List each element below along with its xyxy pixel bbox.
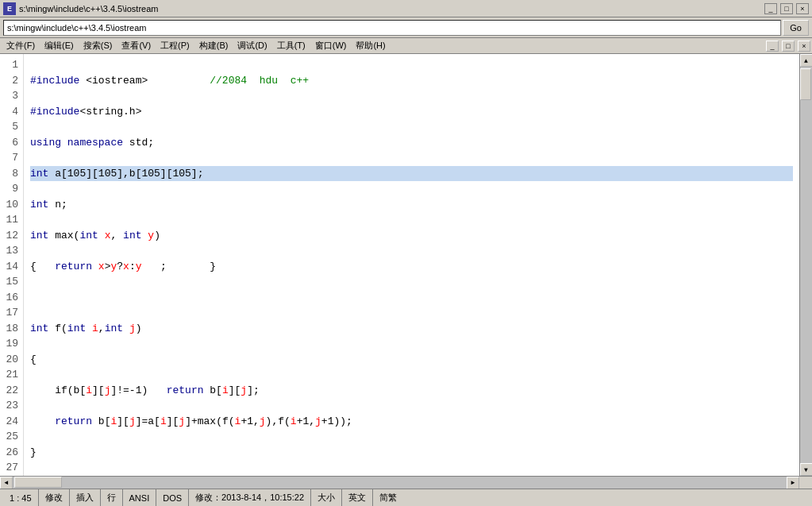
line-num: 21 [5, 367, 18, 383]
status-modified: 修改：2013-8-14，10:15:22 [189, 489, 311, 506]
scrollbar-corner [799, 477, 812, 489]
line-num: 16 [5, 290, 18, 306]
line-num: 20 [5, 352, 18, 368]
line-num: 18 [5, 321, 18, 337]
app-icon: E [3, 2, 16, 15]
go-button[interactable]: Go [783, 20, 809, 36]
status-mode: 修改 [39, 489, 70, 506]
close-button[interactable]: × [796, 3, 809, 14]
line-num: 26 [5, 445, 18, 461]
scroll-left-button[interactable]: ◄ [0, 477, 13, 489]
path-input[interactable]: s:\mingw\include\c++\3.4.5\iostream [3, 20, 781, 36]
status-layout: 简繁 [373, 489, 403, 506]
line-num: 9 [5, 181, 18, 197]
line-num: 19 [5, 336, 18, 352]
line-num: 8 [5, 166, 18, 182]
status-encoding: ANSI [123, 489, 157, 506]
code-line-4: int a[105][105],b[105][105]; [30, 166, 793, 182]
line-num: 5 [5, 119, 18, 135]
menu-build[interactable]: 构建(B) [194, 39, 233, 52]
status-format: DOS [156, 489, 189, 506]
line-num: 2 [5, 73, 18, 89]
scroll-track[interactable] [800, 67, 812, 463]
win-minimize-button[interactable]: _ [766, 41, 779, 52]
win-close-button[interactable]: × [798, 41, 810, 52]
menu-tools[interactable]: 工具(T) [272, 39, 310, 52]
code-line-5: int n; [30, 197, 793, 213]
line-num: 6 [5, 135, 18, 151]
code-line-2: #include<string.h> [30, 104, 793, 120]
line-numbers: 1 2 3 4 5 6 7 8 9 10 11 12 13 14 15 16 1… [0, 54, 24, 476]
menu-window[interactable]: 窗口(W) [310, 39, 352, 52]
line-num: 25 [5, 429, 18, 445]
status-line: 行 [101, 489, 123, 506]
title-bar-left: E s:\mingw\include\c++\3.4.5\iostream [3, 2, 158, 15]
status-size: 大小 [311, 489, 342, 506]
editor-container: 1 2 3 4 5 6 7 8 9 10 11 12 13 14 15 16 1… [0, 54, 812, 476]
menu-help[interactable]: 帮助(H) [351, 39, 390, 52]
code-line-6: int max(int x, int y) [30, 228, 793, 244]
status-bar: 1 : 45 修改 插入 行 ANSI DOS 修改：2013-8-14，10:… [0, 489, 812, 506]
code-line-13: } [30, 445, 793, 461]
code-line-12: return b[i][j]=a[i][j]+max(f(i+1,j),f(i+… [30, 414, 793, 430]
title-text: s:\mingw\include\c++\3.4.5\iostream [19, 4, 158, 14]
line-num: 14 [5, 259, 18, 275]
code-line-1: #include <iostream> //2084 hdu c++ [30, 73, 793, 89]
maximize-button[interactable]: □ [780, 3, 793, 14]
hscroll-thumb[interactable] [14, 477, 62, 488]
status-insert: 插入 [70, 489, 101, 506]
minimize-button[interactable]: _ [764, 3, 777, 14]
line-num: 13 [5, 243, 18, 259]
horizontal-scrollbar: ◄ ► [0, 476, 812, 489]
scroll-right-button[interactable]: ► [787, 477, 799, 489]
status-position: 1 : 45 [3, 489, 39, 506]
line-num: 11 [5, 212, 18, 228]
title-bar-right: _ □ × [764, 3, 809, 14]
line-num: 3 [5, 88, 18, 104]
code-editor[interactable]: #include <iostream> //2084 hdu c++ #incl… [24, 54, 799, 476]
code-line-9: int f(int i,int j) [30, 321, 793, 337]
menu-bar: 文件(F) 编辑(E) 搜索(S) 查看(V) 工程(P) 构建(B) 调试(D… [0, 38, 812, 54]
menu-edit[interactable]: 编辑(E) [40, 39, 79, 52]
scroll-up-button[interactable]: ▲ [800, 54, 813, 67]
code-line-7: { return x>y?x:y ; } [30, 259, 793, 275]
line-num: 12 [5, 228, 18, 244]
scroll-down-button[interactable]: ▼ [800, 463, 813, 476]
menu-view[interactable]: 查看(V) [117, 39, 156, 52]
menu-file[interactable]: 文件(F) [2, 39, 40, 52]
line-num: 15 [5, 274, 18, 290]
code-line-8 [30, 290, 793, 306]
hscroll-track[interactable] [13, 477, 787, 489]
line-num: 24 [5, 414, 18, 430]
line-num: 4 [5, 104, 18, 120]
vertical-scrollbar: ▲ ▼ [799, 54, 812, 476]
toolbar: s:\mingw\include\c++\3.4.5\iostream Go [0, 17, 812, 38]
line-num: 1 [5, 57, 18, 73]
code-line-10: { [30, 352, 793, 368]
title-bar: E s:\mingw\include\c++\3.4.5\iostream _ … [0, 0, 812, 17]
line-num: 27 [5, 460, 18, 476]
line-num: 23 [5, 398, 18, 414]
menu-project[interactable]: 工程(P) [156, 39, 194, 52]
code-line-3: using namespace std; [30, 135, 793, 151]
line-num: 17 [5, 305, 18, 321]
menu-right-controls: _ □ × [766, 41, 810, 52]
line-num: 22 [5, 383, 18, 399]
menu-search[interactable]: 搜索(S) [79, 39, 117, 52]
status-lang: 英文 [342, 489, 373, 506]
line-num: 10 [5, 197, 18, 213]
win-restore-button[interactable]: □ [782, 41, 795, 52]
path-text: s:\mingw\include\c++\3.4.5\iostream [7, 23, 146, 33]
scroll-thumb[interactable] [800, 68, 811, 100]
menu-debug[interactable]: 调试(D) [233, 39, 271, 52]
line-num: 7 [5, 150, 18, 166]
code-line-11: if(b[i][j]!=-1) return b[i][j]; [30, 383, 793, 399]
